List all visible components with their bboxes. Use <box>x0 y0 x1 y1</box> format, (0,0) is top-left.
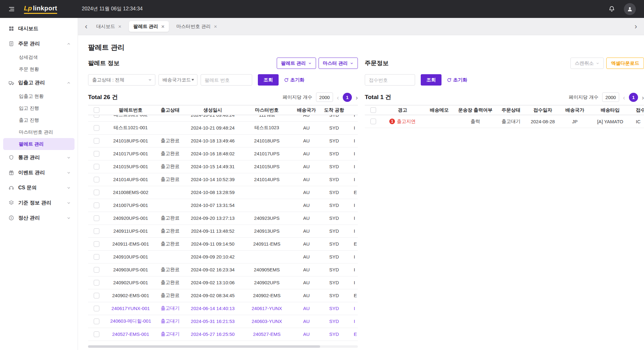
row-checkbox[interactable] <box>94 267 99 273</box>
pallet-no-input[interactable] <box>201 74 252 86</box>
cell-master-no: 240617-YUNX <box>242 302 292 315</box>
cell-arrival-airport: SYD <box>321 302 347 315</box>
cell-overflow: I <box>347 160 358 173</box>
pallet-manage-menu-button[interactable]: 팔레트 관리 <box>277 58 316 69</box>
tab-pallet-management[interactable]: 팔레트 관리 × <box>129 21 169 32</box>
sidebar-item-inbound-progress[interactable]: 입고 진행 <box>0 102 78 114</box>
prev-page-icon[interactable]: ‹ <box>623 94 625 101</box>
row-checkbox[interactable] <box>94 138 99 144</box>
ship-status-select[interactable]: 출고상태 : 전체 <box>88 74 155 86</box>
cell-overflow: I <box>347 121 358 134</box>
sidebar-group-orders[interactable]: 주문 관리 <box>0 36 78 51</box>
sidebar-item-pallet[interactable]: 팔레트 관리 <box>3 138 75 150</box>
close-icon[interactable]: × <box>161 24 164 29</box>
pallet-table-scroll-area[interactable]: 테스트1021-0022024-10-21 09:48:24111TestAUS… <box>88 115 358 341</box>
col-delivery-memo: 배송메모 <box>423 105 455 115</box>
chevron-down-icon <box>148 78 152 82</box>
sidebar-group-events[interactable]: 이벤트 관리 <box>0 165 78 180</box>
row-checkbox[interactable] <box>94 280 99 286</box>
user-avatar[interactable] <box>624 3 636 15</box>
select-value: 배송국가코드 <box>163 77 191 83</box>
pallet-table-row: 240910UPS-0012024-09-09 20:10:42AUSYDI <box>88 250 358 263</box>
row-checkbox[interactable] <box>94 241 99 247</box>
notifications-bell-icon[interactable] <box>608 6 615 12</box>
close-icon[interactable]: × <box>118 24 121 29</box>
scan-cancel-menu-button[interactable]: 스캔취소 <box>570 58 604 69</box>
horizontal-scrollbar[interactable] <box>88 345 358 348</box>
country-code-select[interactable]: 배송국가코드 <box>158 74 197 86</box>
sidebar-group-base-info[interactable]: 기준 정보 관리 <box>0 195 78 210</box>
sidebar-item-dashboard[interactable]: 대시보드 <box>0 21 78 36</box>
chevron-down-icon <box>67 216 71 220</box>
cell-overflow: I <box>347 147 358 160</box>
pallet-search-button[interactable]: 조회 <box>258 74 279 86</box>
per-page-input[interactable] <box>316 92 333 102</box>
row-checkbox[interactable] <box>94 228 99 234</box>
refresh-icon <box>284 78 289 82</box>
sidebar-item-detail-search[interactable]: 상세검색 <box>0 51 78 63</box>
cell-master-no: 241015UPS <box>242 160 292 173</box>
row-checkbox[interactable] <box>94 190 99 195</box>
row-checkbox[interactable] <box>94 164 99 169</box>
excel-download-button[interactable]: 엑셀다운로드 <box>606 58 644 69</box>
sidebar-item-outbound-progress[interactable]: 출고 진행 <box>0 114 78 126</box>
sidebar-item-order-status[interactable]: 주문 현황 <box>0 63 78 75</box>
sidebar-group-customs[interactable]: 통관 관리 <box>0 150 78 165</box>
row-select-cell <box>88 276 105 289</box>
row-checkbox[interactable] <box>94 254 99 260</box>
row-checkbox[interactable] <box>370 119 376 124</box>
next-page-icon[interactable]: › <box>356 94 358 101</box>
receipt-no-input[interactable] <box>365 74 415 86</box>
select-all-checkbox[interactable] <box>370 107 376 113</box>
cell-created-at: 2024-05-31 16:21:53 <box>184 315 242 328</box>
tabs-scroll-left-icon[interactable]: ‹ <box>84 23 89 30</box>
cell-country: AU <box>292 250 321 263</box>
order-search-button[interactable]: 조회 <box>421 74 441 86</box>
next-page-icon[interactable]: › <box>642 94 644 101</box>
order-reset-button[interactable]: 초기화 <box>445 74 469 86</box>
cell-overflow: I <box>347 225 358 237</box>
row-checkbox[interactable] <box>94 319 99 324</box>
headset-icon <box>8 185 14 191</box>
pallet-table-row: 241018UPS-001출고완료2024-10-18 13:49:462410… <box>88 134 358 147</box>
row-select-cell <box>88 160 105 173</box>
sidebar-item-master-no[interactable]: 마스터번호 관리 <box>0 126 78 138</box>
close-icon[interactable]: × <box>214 24 217 29</box>
order-table-header-row: 경고 배송메모 운송장 출력여부 주문상태 접수일자 배송국가 배송타입 접수번… <box>365 105 644 115</box>
row-checkbox[interactable] <box>94 151 99 157</box>
sidebar-group-warehouse[interactable]: 입출고 관리 <box>0 75 78 90</box>
sidebar-group-cs[interactable]: CS 문의 <box>0 180 78 195</box>
row-checkbox[interactable] <box>94 306 99 311</box>
row-checkbox[interactable] <box>94 203 99 208</box>
sidebar-item-inout-status[interactable]: 입출고 현황 <box>0 90 78 102</box>
sidebar-group-settlement[interactable]: S 정산 관리 <box>0 210 78 225</box>
prev-page-icon[interactable]: ‹ <box>337 94 339 101</box>
col-country: 배송국가 <box>292 105 321 115</box>
row-checkbox[interactable] <box>94 177 99 182</box>
master-manage-menu-button[interactable]: 마스터 관리 <box>319 58 358 69</box>
row-select-cell <box>88 328 105 341</box>
row-checkbox[interactable] <box>94 293 99 298</box>
sidebar-subitem-label: 주문 현황 <box>19 66 39 72</box>
current-page-button[interactable]: 1 <box>629 93 638 102</box>
col-ship-status: 출고상태 <box>156 105 184 115</box>
cell-arrival-airport: SYD <box>321 186 347 199</box>
tab-master-no-management[interactable]: 마스터번호 관리 × <box>172 21 221 32</box>
select-all-checkbox[interactable] <box>94 107 99 113</box>
row-checkbox[interactable] <box>94 331 99 337</box>
per-page-input[interactable] <box>602 92 619 102</box>
pallet-reset-button[interactable]: 초기화 <box>282 74 307 86</box>
cell-ship-status: 출고완료 <box>156 147 184 160</box>
app-logo[interactable]: Lp linkport <box>24 4 57 14</box>
col-arrival-airport: 도착 공항 <box>321 105 347 115</box>
cell-created-at: 2024-10-21 09:48:24 <box>184 115 242 121</box>
scrollbar-thumb[interactable] <box>88 345 320 348</box>
current-page-button[interactable]: 1 <box>343 93 352 102</box>
row-checkbox[interactable] <box>94 215 99 221</box>
sidebar-toggle-icon[interactable] <box>8 6 15 13</box>
row-checkbox[interactable] <box>94 125 99 131</box>
tabs-scroll-right-icon[interactable]: › <box>633 23 638 30</box>
tab-dashboard[interactable]: 대시보드 × <box>92 21 126 32</box>
pallet-table-row: 241007UPS-0012024-10-07 13:31:54AUSYDI <box>88 199 358 212</box>
row-checkbox[interactable] <box>94 115 99 118</box>
